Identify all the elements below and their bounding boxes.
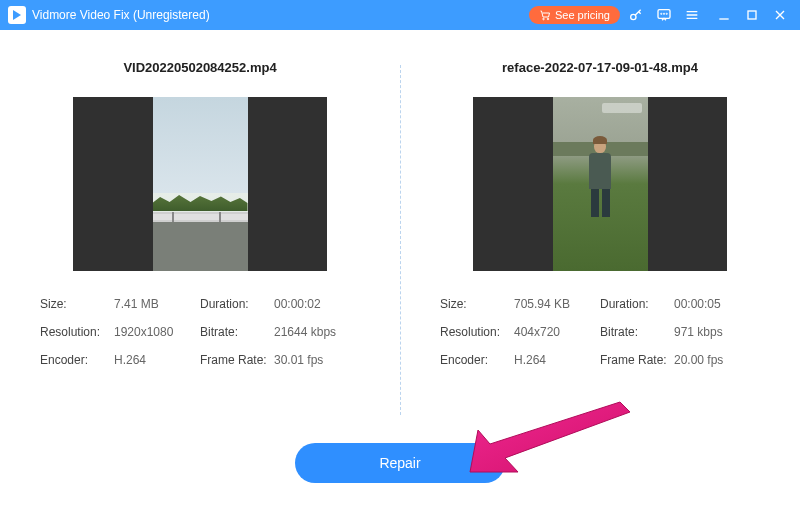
size-value: 705.94 KB	[514, 297, 570, 311]
framerate-label: Frame Rate:	[600, 353, 674, 367]
svg-point-2	[631, 14, 636, 19]
size-value: 7.41 MB	[114, 297, 159, 311]
bitrate-label: Bitrate:	[200, 325, 274, 339]
close-button[interactable]	[768, 3, 792, 27]
sample-filename: reface-2022-07-17-09-01-48.mp4	[502, 60, 698, 75]
minimize-button[interactable]	[712, 3, 736, 27]
svg-point-0	[543, 18, 545, 20]
resolution-value: 1920x1080	[114, 325, 173, 339]
see-pricing-button[interactable]: See pricing	[529, 6, 620, 24]
app-logo-icon	[8, 6, 26, 24]
encoder-value: H.264	[114, 353, 146, 367]
person-figure	[583, 139, 617, 219]
size-label: Size:	[440, 297, 514, 311]
sample-panel: reface-2022-07-17-09-01-48.mp4 Size:705.…	[400, 60, 800, 425]
bitrate-value: 971 kbps	[674, 325, 723, 339]
duration-label: Duration:	[200, 297, 274, 311]
resolution-label: Resolution:	[40, 325, 114, 339]
app-title: Vidmore Video Fix (Unregistered)	[32, 8, 210, 22]
feedback-button[interactable]	[652, 3, 676, 27]
titlebar: Vidmore Video Fix (Unregistered) See pri…	[0, 0, 800, 30]
svg-point-5	[664, 13, 665, 14]
cart-icon	[539, 9, 551, 21]
svg-point-4	[661, 13, 662, 14]
duration-value: 00:00:02	[274, 297, 321, 311]
resolution-value: 404x720	[514, 325, 560, 339]
footer: Repair	[0, 435, 800, 483]
resolution-label: Resolution:	[440, 325, 514, 339]
maximize-icon	[744, 7, 760, 23]
encoder-label: Encoder:	[40, 353, 114, 367]
repair-label: Repair	[379, 455, 420, 471]
see-pricing-label: See pricing	[555, 9, 610, 21]
svg-point-1	[547, 18, 549, 20]
size-label: Size:	[40, 297, 114, 311]
menu-button[interactable]	[680, 3, 704, 27]
watermark-icon	[602, 103, 642, 113]
source-metadata: Size:7.41 MB Duration:00:00:02 Resolutio…	[40, 297, 360, 381]
sample-thumbnail[interactable]	[473, 97, 727, 271]
chat-icon	[656, 7, 672, 23]
hamburger-icon	[684, 7, 700, 23]
source-panel: VID20220502084252.mp4 Size:7.41 MB Durat…	[0, 60, 400, 425]
close-icon	[772, 7, 788, 23]
framerate-value: 20.00 fps	[674, 353, 723, 367]
minimize-icon	[716, 7, 732, 23]
source-filename: VID20220502084252.mp4	[123, 60, 276, 75]
bitrate-label: Bitrate:	[600, 325, 674, 339]
duration-label: Duration:	[600, 297, 674, 311]
svg-point-6	[666, 13, 667, 14]
source-thumbnail[interactable]	[73, 97, 327, 271]
svg-rect-7	[748, 11, 756, 19]
framerate-label: Frame Rate:	[200, 353, 274, 367]
encoder-value: H.264	[514, 353, 546, 367]
main-content: VID20220502084252.mp4 Size:7.41 MB Durat…	[0, 30, 800, 435]
bitrate-value: 21644 kbps	[274, 325, 336, 339]
duration-value: 00:00:05	[674, 297, 721, 311]
encoder-label: Encoder:	[440, 353, 514, 367]
maximize-button[interactable]	[740, 3, 764, 27]
key-icon	[628, 7, 644, 23]
key-button[interactable]	[624, 3, 648, 27]
vertical-divider	[400, 65, 401, 415]
sample-metadata: Size:705.94 KB Duration:00:00:05 Resolut…	[440, 297, 760, 381]
framerate-value: 30.01 fps	[274, 353, 323, 367]
repair-button[interactable]: Repair	[295, 443, 505, 483]
